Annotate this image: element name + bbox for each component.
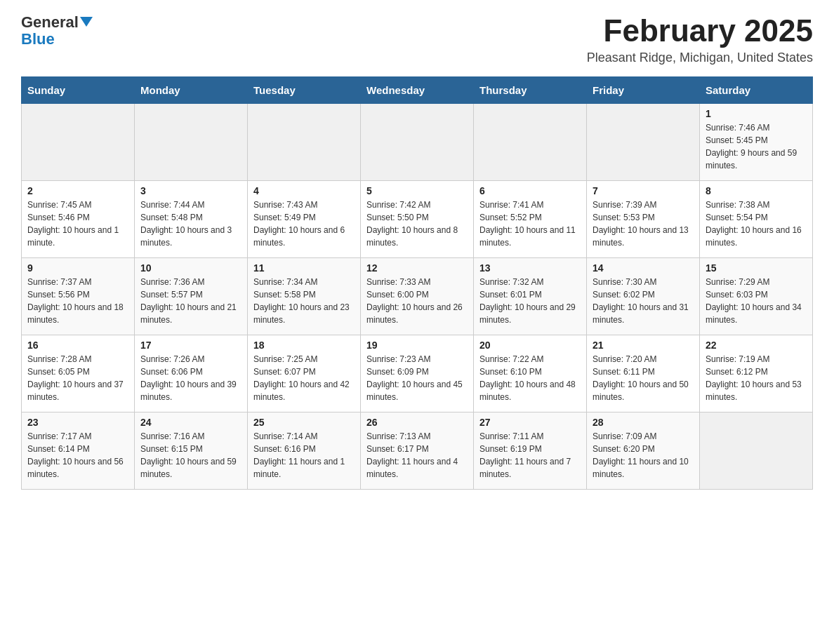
col-friday: Friday	[587, 77, 700, 104]
day-info: Sunrise: 7:43 AMSunset: 5:49 PMDaylight:…	[253, 199, 355, 249]
day-number: 17	[140, 340, 241, 351]
day-number: 10	[140, 262, 241, 274]
page-header: GeneralBlue February 2025 Pleasant Ridge…	[21, 14, 813, 65]
calendar-cell: 26Sunrise: 7:13 AMSunset: 6:17 PMDayligh…	[361, 412, 474, 490]
day-number: 28	[593, 417, 694, 428]
day-info: Sunrise: 7:16 AMSunset: 6:15 PMDaylight:…	[140, 430, 241, 481]
calendar-cell: 21Sunrise: 7:20 AMSunset: 6:11 PMDayligh…	[587, 335, 700, 412]
day-info: Sunrise: 7:45 AMSunset: 5:46 PMDaylight:…	[27, 199, 128, 249]
calendar-week-row: 1Sunrise: 7:46 AMSunset: 5:45 PMDaylight…	[22, 104, 813, 181]
calendar-cell: 1Sunrise: 7:46 AMSunset: 5:45 PMDaylight…	[700, 104, 813, 181]
day-info: Sunrise: 7:19 AMSunset: 6:12 PMDaylight:…	[706, 353, 807, 403]
calendar-cell	[361, 104, 474, 181]
calendar-cell: 6Sunrise: 7:41 AMSunset: 5:52 PMDaylight…	[474, 181, 587, 258]
day-info: Sunrise: 7:30 AMSunset: 6:02 PMDaylight:…	[593, 276, 694, 326]
calendar-cell: 22Sunrise: 7:19 AMSunset: 6:12 PMDayligh…	[700, 335, 813, 412]
calendar-cell	[135, 104, 248, 181]
day-info: Sunrise: 7:38 AMSunset: 5:54 PMDaylight:…	[706, 199, 807, 249]
calendar-cell: 11Sunrise: 7:34 AMSunset: 5:58 PMDayligh…	[248, 258, 361, 335]
location-text: Pleasant Ridge, Michigan, United States	[587, 51, 813, 65]
day-number: 19	[366, 340, 468, 351]
day-number: 11	[253, 262, 355, 274]
calendar-cell: 27Sunrise: 7:11 AMSunset: 6:19 PMDayligh…	[474, 412, 587, 490]
calendar-cell: 19Sunrise: 7:23 AMSunset: 6:09 PMDayligh…	[361, 335, 474, 412]
day-info: Sunrise: 7:23 AMSunset: 6:09 PMDaylight:…	[366, 353, 468, 403]
calendar-week-row: 9Sunrise: 7:37 AMSunset: 5:56 PMDaylight…	[22, 258, 813, 335]
calendar-cell	[22, 104, 135, 181]
day-number: 26	[366, 417, 468, 428]
calendar-cell: 3Sunrise: 7:44 AMSunset: 5:48 PMDaylight…	[135, 181, 248, 258]
day-number: 20	[479, 340, 581, 351]
calendar-cell: 25Sunrise: 7:14 AMSunset: 6:16 PMDayligh…	[248, 412, 361, 490]
day-number: 9	[27, 262, 128, 274]
day-info: Sunrise: 7:46 AMSunset: 5:45 PMDaylight:…	[706, 121, 807, 172]
day-info: Sunrise: 7:25 AMSunset: 6:07 PMDaylight:…	[253, 353, 355, 403]
day-number: 25	[253, 417, 355, 428]
logo-triangle-icon	[80, 17, 93, 27]
day-info: Sunrise: 7:36 AMSunset: 5:57 PMDaylight:…	[140, 276, 241, 326]
col-tuesday: Tuesday	[248, 77, 361, 104]
day-number: 7	[593, 185, 694, 196]
day-number: 27	[479, 417, 581, 428]
day-info: Sunrise: 7:29 AMSunset: 6:03 PMDaylight:…	[706, 276, 807, 326]
day-number: 16	[27, 340, 128, 351]
calendar-cell	[700, 412, 813, 490]
calendar-cell: 4Sunrise: 7:43 AMSunset: 5:49 PMDaylight…	[248, 181, 361, 258]
day-info: Sunrise: 7:32 AMSunset: 6:01 PMDaylight:…	[479, 276, 581, 326]
title-area: February 2025 Pleasant Ridge, Michigan, …	[587, 14, 813, 65]
day-info: Sunrise: 7:41 AMSunset: 5:52 PMDaylight:…	[479, 199, 581, 249]
day-info: Sunrise: 7:37 AMSunset: 5:56 PMDaylight:…	[27, 276, 128, 326]
day-number: 4	[253, 185, 355, 196]
calendar-cell	[474, 104, 587, 181]
calendar-header-row: Sunday Monday Tuesday Wednesday Thursday…	[22, 77, 813, 104]
calendar-week-row: 2Sunrise: 7:45 AMSunset: 5:46 PMDaylight…	[22, 181, 813, 258]
logo-blue-text: Blue	[21, 30, 55, 48]
calendar-cell: 15Sunrise: 7:29 AMSunset: 6:03 PMDayligh…	[700, 258, 813, 335]
day-info: Sunrise: 7:44 AMSunset: 5:48 PMDaylight:…	[140, 199, 241, 249]
calendar-week-row: 23Sunrise: 7:17 AMSunset: 6:14 PMDayligh…	[22, 412, 813, 490]
col-wednesday: Wednesday	[361, 77, 474, 104]
day-info: Sunrise: 7:20 AMSunset: 6:11 PMDaylight:…	[593, 353, 694, 403]
day-number: 3	[140, 185, 241, 196]
day-number: 24	[140, 417, 241, 428]
calendar-cell: 24Sunrise: 7:16 AMSunset: 6:15 PMDayligh…	[135, 412, 248, 490]
calendar-cell	[587, 104, 700, 181]
col-monday: Monday	[135, 77, 248, 104]
calendar-cell: 14Sunrise: 7:30 AMSunset: 6:02 PMDayligh…	[587, 258, 700, 335]
calendar-cell: 7Sunrise: 7:39 AMSunset: 5:53 PMDaylight…	[587, 181, 700, 258]
day-number: 5	[366, 185, 468, 196]
calendar-table: Sunday Monday Tuesday Wednesday Thursday…	[21, 76, 813, 490]
day-info: Sunrise: 7:14 AMSunset: 6:16 PMDaylight:…	[253, 430, 355, 481]
calendar-cell: 2Sunrise: 7:45 AMSunset: 5:46 PMDaylight…	[22, 181, 135, 258]
day-number: 14	[593, 262, 694, 274]
calendar-cell: 13Sunrise: 7:32 AMSunset: 6:01 PMDayligh…	[474, 258, 587, 335]
day-info: Sunrise: 7:11 AMSunset: 6:19 PMDaylight:…	[479, 430, 581, 481]
calendar-cell: 17Sunrise: 7:26 AMSunset: 6:06 PMDayligh…	[135, 335, 248, 412]
day-number: 22	[706, 340, 807, 351]
calendar-week-row: 16Sunrise: 7:28 AMSunset: 6:05 PMDayligh…	[22, 335, 813, 412]
col-thursday: Thursday	[474, 77, 587, 104]
day-info: Sunrise: 7:28 AMSunset: 6:05 PMDaylight:…	[27, 353, 128, 403]
day-number: 23	[27, 417, 128, 428]
day-info: Sunrise: 7:22 AMSunset: 6:10 PMDaylight:…	[479, 353, 581, 403]
calendar-cell: 8Sunrise: 7:38 AMSunset: 5:54 PMDaylight…	[700, 181, 813, 258]
day-number: 18	[253, 340, 355, 351]
month-title: February 2025	[587, 14, 813, 48]
day-number: 21	[593, 340, 694, 351]
calendar-cell: 18Sunrise: 7:25 AMSunset: 6:07 PMDayligh…	[248, 335, 361, 412]
day-info: Sunrise: 7:42 AMSunset: 5:50 PMDaylight:…	[366, 199, 468, 249]
col-sunday: Sunday	[22, 77, 135, 104]
calendar-cell: 16Sunrise: 7:28 AMSunset: 6:05 PMDayligh…	[22, 335, 135, 412]
day-number: 6	[479, 185, 581, 196]
day-number: 13	[479, 262, 581, 274]
day-number: 8	[706, 185, 807, 196]
day-info: Sunrise: 7:34 AMSunset: 5:58 PMDaylight:…	[253, 276, 355, 326]
day-info: Sunrise: 7:33 AMSunset: 6:00 PMDaylight:…	[366, 276, 468, 326]
day-number: 1	[706, 108, 807, 119]
calendar-cell: 28Sunrise: 7:09 AMSunset: 6:20 PMDayligh…	[587, 412, 700, 490]
calendar-cell: 5Sunrise: 7:42 AMSunset: 5:50 PMDaylight…	[361, 181, 474, 258]
day-info: Sunrise: 7:26 AMSunset: 6:06 PMDaylight:…	[140, 353, 241, 403]
calendar-cell	[248, 104, 361, 181]
calendar-cell: 20Sunrise: 7:22 AMSunset: 6:10 PMDayligh…	[474, 335, 587, 412]
calendar-cell: 9Sunrise: 7:37 AMSunset: 5:56 PMDaylight…	[22, 258, 135, 335]
